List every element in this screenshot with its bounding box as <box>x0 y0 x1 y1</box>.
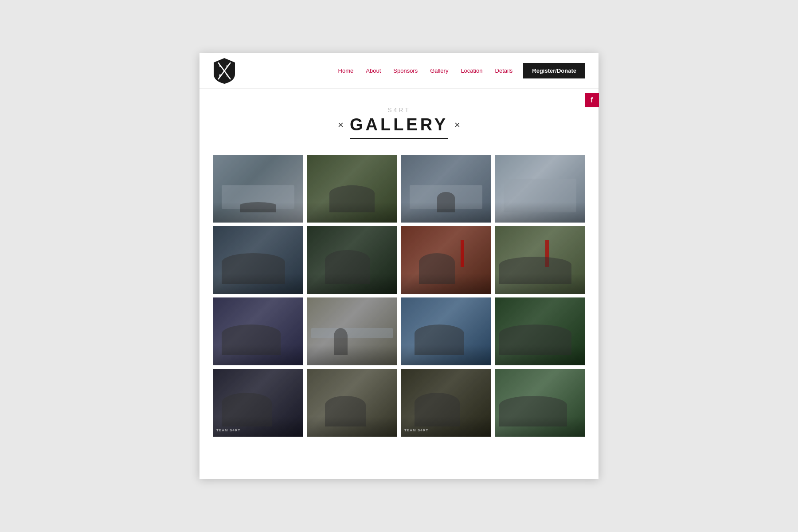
gallery-subtitle: S4RT <box>213 106 585 113</box>
gallery-x-right: × <box>454 119 460 131</box>
gallery-photo-14[interactable] <box>307 369 397 437</box>
gallery-photo-13[interactable]: TEAM S4RT <box>213 369 303 437</box>
gallery-photo-9[interactable] <box>213 297 303 365</box>
photo-text-overlay: TEAM S4RT <box>216 428 240 432</box>
nav-location[interactable]: Location <box>454 67 489 74</box>
svg-text:4: 4 <box>226 64 228 67</box>
gallery-photo-10[interactable] <box>307 297 397 365</box>
gallery-title: GALLERY <box>350 115 448 134</box>
gallery-photo-2[interactable] <box>307 155 397 223</box>
photo-grid: TEAM S4RT TEAM S4RT <box>213 155 585 437</box>
register-donate-button[interactable]: Register/Donate <box>523 63 585 78</box>
gallery-title-row: × GALLERY × <box>213 115 585 134</box>
gallery-title-underline <box>350 138 448 139</box>
svg-text:S: S <box>219 64 221 67</box>
svg-text:T: T <box>226 74 228 77</box>
gallery-photo-15[interactable]: TEAM S4RT <box>401 369 491 437</box>
gallery-section: S4RT × GALLERY × <box>200 89 598 463</box>
gallery-photo-8[interactable] <box>495 226 585 294</box>
nav-sponsors[interactable]: Sponsors <box>387 67 424 74</box>
facebook-icon[interactable]: f <box>585 93 599 107</box>
gallery-photo-6[interactable] <box>307 226 397 294</box>
nav-home[interactable]: Home <box>332 67 360 74</box>
photo-text-overlay-2: TEAM S4RT <box>404 428 428 432</box>
gallery-photo-1[interactable] <box>213 155 303 223</box>
header: S 4 R T Home About Sponsors Gallery Loca… <box>200 53 598 89</box>
gallery-photo-12[interactable] <box>495 297 585 365</box>
nav-gallery[interactable]: Gallery <box>424 67 454 74</box>
browser-window: S 4 R T Home About Sponsors Gallery Loca… <box>200 53 598 479</box>
gallery-photo-4[interactable] <box>495 155 585 223</box>
main-nav: Home About Sponsors Gallery Location Det… <box>332 63 585 78</box>
nav-about[interactable]: About <box>360 67 387 74</box>
gallery-photo-16[interactable] <box>495 369 585 437</box>
logo[interactable]: S 4 R T <box>213 57 236 85</box>
nav-details[interactable]: Details <box>489 67 519 74</box>
svg-text:R: R <box>219 74 221 77</box>
gallery-photo-11[interactable] <box>401 297 491 365</box>
gallery-photo-5[interactable] <box>213 226 303 294</box>
gallery-photo-7[interactable] <box>401 226 491 294</box>
gallery-photo-3[interactable] <box>401 155 491 223</box>
gallery-x-left: × <box>338 119 344 131</box>
